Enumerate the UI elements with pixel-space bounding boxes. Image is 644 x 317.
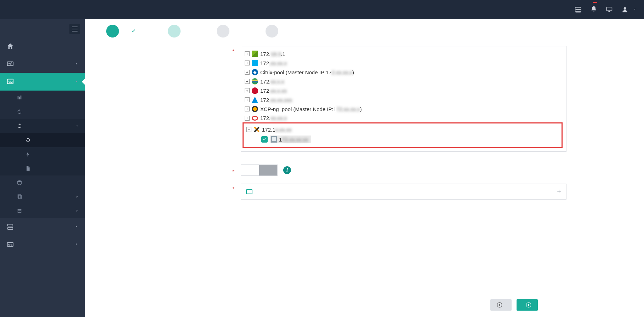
unified-conf-label: * (177, 166, 241, 174)
expand-icon[interactable]: + (245, 97, 250, 102)
tree-node[interactable]: + Citrix-pool (Master Node IP:172.xx.xx.… (245, 68, 563, 77)
svg-rect-19 (8, 227, 13, 230)
chevron-right-icon (74, 241, 79, 248)
chevron-right-icon (75, 208, 79, 214)
expand-icon[interactable]: + (245, 60, 250, 65)
svg-point-6 (624, 7, 626, 10)
expand-icon[interactable]: + (245, 79, 250, 84)
unified-conf-toggle[interactable] (241, 165, 278, 176)
tree-node[interactable]: + 172.18.3.1 (245, 49, 563, 58)
user-menu[interactable] (621, 6, 637, 13)
sidebar-item-monitor[interactable] (0, 55, 85, 73)
sidebar-item-restore[interactable] (0, 119, 85, 133)
chevron-right-icon (74, 61, 79, 67)
list-icon[interactable] (575, 6, 582, 13)
expand-plus-icon[interactable]: + (557, 188, 561, 196)
monitor-icon[interactable] (606, 6, 613, 13)
home-icon (6, 42, 14, 50)
arrow-left-icon (497, 302, 502, 308)
nas-icon: NAS (6, 241, 14, 248)
expand-icon[interactable]: + (245, 88, 250, 93)
vm-backup-submenu-2 (0, 175, 85, 218)
step-number (168, 25, 181, 38)
svg-rect-2 (576, 11, 581, 12)
main-content: * + 172.18.3.1 + 172.xx.xx.x (85, 19, 644, 317)
proxmox-icon (253, 126, 260, 133)
tree-node[interactable]: + 172.xx.xx.x (245, 114, 563, 122)
sidebar-item-restore-sub[interactable] (0, 133, 85, 147)
svg-rect-16 (18, 209, 22, 210)
sidebar-item-virtual-machines[interactable] (0, 91, 85, 105)
sidebar-item-vm-backup[interactable]: VM (0, 73, 85, 91)
svg-rect-5 (609, 11, 610, 12)
sidebar-collapse-button[interactable] (69, 24, 80, 34)
step-number (217, 25, 229, 38)
sidebar-item-instant-restore[interactable] (0, 147, 85, 161)
target-host-label: * (177, 46, 241, 54)
bars-icon (16, 94, 23, 101)
info-icon[interactable]: i (283, 166, 291, 174)
database-icon (16, 179, 23, 186)
svg-rect-10 (18, 96, 19, 99)
checkbox-checked[interactable] (261, 136, 268, 143)
topbar (0, 0, 644, 19)
toggle-off-side (259, 165, 277, 175)
sidebar-item-nas-backup[interactable]: NAS (0, 236, 85, 253)
svg-rect-7 (7, 62, 13, 66)
collapse-icon[interactable]: − (246, 127, 251, 132)
next-button[interactable] (517, 299, 538, 311)
wizard-step-4[interactable] (266, 25, 283, 38)
wizard-step-1[interactable] (106, 25, 137, 38)
svg-rect-18 (8, 224, 13, 226)
tree-node[interactable]: + 172.xx.xx.x (245, 58, 563, 68)
monitor-center-icon (6, 60, 14, 68)
sidebar-item-home[interactable] (0, 38, 85, 55)
topbar-right (575, 6, 637, 14)
tree-node-expanded[interactable]: − 172.1x.xx.xx (246, 125, 559, 134)
svg-rect-1 (576, 9, 581, 10)
server-icon (6, 223, 14, 231)
vm-small-icon (246, 189, 252, 194)
vm-backup-submenu (0, 91, 85, 133)
sidebar-item-physical-backup[interactable] (0, 218, 85, 236)
chevron-right-icon (75, 194, 79, 200)
vm-icon: VM (6, 78, 14, 86)
notifications-button[interactable] (590, 6, 597, 14)
target-host-tree[interactable]: + 172.18.3.1 + 172.xx.xx.x + Citr (241, 46, 566, 152)
expand-icon[interactable]: + (245, 116, 250, 121)
chevron-right-icon (74, 224, 79, 230)
sidebar-item-granular-restore[interactable] (0, 161, 85, 175)
back-button[interactable] (490, 299, 512, 311)
vm-configurations-panel[interactable]: + (241, 184, 566, 200)
sidebar-item-backup-archive[interactable] (0, 204, 85, 218)
host-icon (271, 136, 277, 143)
restore-submenu (0, 133, 85, 175)
arrow-right-icon (526, 302, 531, 308)
tree-node[interactable]: + 172.xx.xx.xxx (245, 95, 563, 104)
tree-node[interactable]: + 172.xx.x.xx (245, 86, 563, 95)
wizard-step-3[interactable] (217, 25, 234, 38)
step-number (266, 25, 278, 38)
sidebar-item-backup[interactable] (0, 105, 85, 119)
archive-icon (16, 208, 23, 214)
tree-node-host[interactable]: 172.xx.xx.xx (256, 134, 559, 145)
wizard-step-2[interactable] (168, 25, 186, 38)
platform-icon (252, 78, 258, 85)
sidebar: VM (0, 19, 85, 317)
lightning-icon (25, 151, 31, 157)
svg-text:NAS: NAS (8, 243, 13, 246)
tree-node[interactable]: + 172.xx.x.x (245, 77, 563, 86)
tree-node[interactable]: + XCP-ng_pool (Master Node IP:172.xx.xx.… (245, 104, 563, 114)
svg-point-13 (18, 180, 22, 182)
expand-icon[interactable]: + (245, 70, 250, 75)
refresh-icon (16, 109, 23, 115)
sidebar-item-backup-copy[interactable] (0, 190, 85, 204)
expand-icon[interactable]: + (245, 106, 250, 111)
step-number (106, 25, 119, 38)
vm-conf-label: * (177, 184, 241, 192)
svg-rect-4 (607, 7, 612, 11)
sidebar-item-backup-data[interactable] (0, 175, 85, 190)
expand-icon[interactable]: + (245, 51, 250, 56)
copy-icon (16, 194, 23, 200)
svg-rect-11 (19, 97, 20, 99)
